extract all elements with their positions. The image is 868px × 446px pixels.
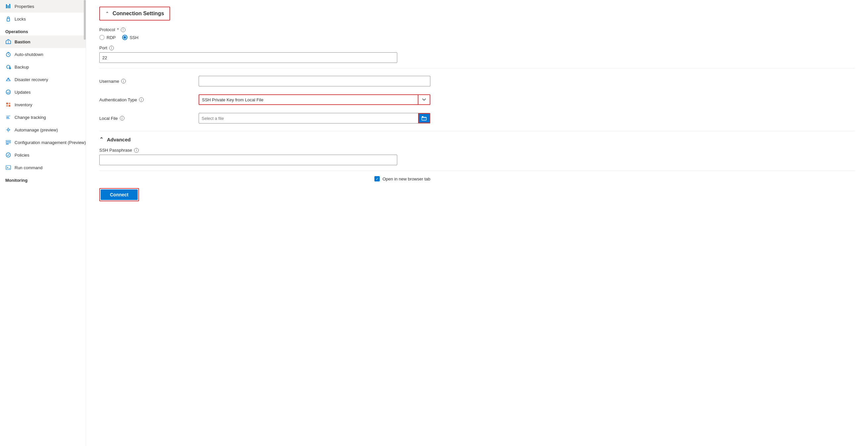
svg-rect-23 <box>422 117 426 120</box>
port-section: Port i <box>99 46 855 63</box>
port-label-row: Port i <box>99 46 855 50</box>
ssh-passphrase-label: SSH Passphrase <box>99 148 132 153</box>
svg-rect-2 <box>9 4 10 8</box>
rdp-radio-option[interactable]: RDP <box>99 35 116 40</box>
open-new-tab-checkbox[interactable]: ✓ <box>374 176 380 181</box>
sidebar-item-bastion-label: Bastion <box>14 39 30 44</box>
svg-rect-14 <box>6 116 10 116</box>
svg-point-7 <box>9 67 11 69</box>
sidebar-item-bastion[interactable]: Bastion <box>0 35 86 48</box>
policies-icon <box>5 152 11 158</box>
ssh-passphrase-input[interactable] <box>99 155 397 165</box>
open-new-tab-row: ✓ Open in new browser tab <box>99 176 430 181</box>
advanced-chevron-icon: ⌃ <box>99 137 104 142</box>
svg-point-17 <box>7 129 9 131</box>
svg-rect-22 <box>6 166 10 170</box>
sidebar-item-disaster-recovery[interactable]: Disaster recovery <box>0 73 86 86</box>
local-file-input-wrapper <box>198 111 430 125</box>
sidebar-item-inventory-label: Inventory <box>14 102 32 107</box>
sidebar-item-config-management[interactable]: Configuration management (Preview) <box>0 136 86 149</box>
sidebar-item-backup-label: Backup <box>14 65 29 69</box>
local-file-browse-button[interactable] <box>418 113 430 123</box>
ssh-radio-option[interactable]: SSH <box>122 35 138 40</box>
auth-type-info-icon[interactable]: i <box>139 97 144 102</box>
sidebar-item-change-tracking-label: Change tracking <box>14 115 46 120</box>
sidebar-item-policies-label: Policies <box>14 153 29 158</box>
operations-section-label: Operations <box>0 25 86 35</box>
local-file-label: Local File <box>99 116 118 121</box>
svg-rect-0 <box>6 4 7 8</box>
sidebar-item-automanage[interactable]: Automanage (preview) <box>0 123 86 136</box>
sidebar-item-auto-shutdown[interactable]: Auto-shutdown <box>0 48 86 61</box>
sidebar-item-inventory[interactable]: Inventory <box>0 98 86 111</box>
required-marker: * <box>117 27 119 32</box>
svg-rect-10 <box>6 102 8 104</box>
auth-type-dropdown-wrapper: Password SSH Private Key from Local File… <box>198 94 430 105</box>
svg-rect-3 <box>7 19 9 21</box>
sidebar-item-config-management-label: Configuration management (Preview) <box>14 140 86 145</box>
ssh-radio-circle <box>122 35 127 40</box>
svg-point-8 <box>8 78 9 80</box>
auth-type-select[interactable]: Password SSH Private Key from Local File… <box>199 95 418 104</box>
port-input[interactable] <box>99 52 397 63</box>
auth-type-dropdown-chevron-icon[interactable] <box>418 95 430 104</box>
sidebar-item-run-command[interactable]: Run command <box>0 161 86 174</box>
svg-rect-1 <box>8 5 9 8</box>
username-input-wrapper <box>198 74 430 88</box>
automanage-icon <box>5 127 11 133</box>
svg-rect-20 <box>6 144 9 144</box>
radio-group-protocol: RDP SSH <box>99 35 855 40</box>
connection-settings-section[interactable]: ⌃ Connection Settings <box>99 7 170 21</box>
auth-type-input-wrapper: Password SSH Private Key from Local File… <box>198 92 430 107</box>
sidebar-item-properties[interactable]: Properties <box>0 0 86 12</box>
svg-rect-24 <box>422 116 424 117</box>
divider-1 <box>99 68 855 68</box>
sidebar-item-updates[interactable]: Updates <box>0 86 86 98</box>
connection-settings-title: Connection Settings <box>113 10 164 17</box>
monitoring-section-label: Monitoring <box>0 174 86 184</box>
advanced-label: Advanced <box>107 137 131 142</box>
username-info-icon[interactable]: i <box>121 79 126 84</box>
auth-type-label-wrapper: Authentication Type i <box>99 95 198 105</box>
local-file-text-input[interactable] <box>199 113 418 123</box>
divider-3 <box>99 171 855 171</box>
sidebar-item-auto-shutdown-label: Auto-shutdown <box>14 52 43 57</box>
port-info-icon[interactable]: i <box>109 46 114 50</box>
run-command-icon <box>5 165 11 171</box>
local-file-input-wrapper-inner <box>198 113 430 123</box>
local-file-info-icon[interactable]: i <box>120 116 124 121</box>
connect-button-wrapper: Connect <box>99 188 139 201</box>
ssh-radio-label: SSH <box>129 35 138 40</box>
passphrase-section: SSH Passphrase i <box>99 148 855 165</box>
protocol-section: Protocol * i RDP SSH <box>99 27 855 40</box>
svg-rect-13 <box>9 105 10 107</box>
svg-rect-15 <box>6 117 9 118</box>
port-label: Port <box>99 46 107 50</box>
rdp-radio-circle <box>99 35 104 40</box>
scrollbar[interactable] <box>84 0 86 40</box>
svg-rect-12 <box>6 105 8 107</box>
sidebar-item-automanage-label: Automanage (preview) <box>14 127 58 132</box>
sidebar-item-backup[interactable]: Backup <box>0 61 86 73</box>
username-label: Username <box>99 79 119 84</box>
sidebar-item-locks[interactable]: Locks <box>0 12 86 25</box>
sidebar-item-policies[interactable]: Policies <box>0 149 86 161</box>
divider-2 <box>99 131 855 131</box>
sidebar-item-change-tracking[interactable]: Change tracking <box>0 111 86 123</box>
clock-icon <box>5 51 11 57</box>
username-input[interactable] <box>198 76 430 86</box>
connect-button[interactable]: Connect <box>101 189 138 200</box>
properties-icon <box>5 3 11 9</box>
checkbox-check-icon: ✓ <box>376 177 379 181</box>
lock-icon <box>5 16 11 22</box>
ssh-passphrase-info-icon[interactable]: i <box>134 148 139 153</box>
rdp-radio-label: RDP <box>106 35 116 40</box>
protocol-info-icon[interactable]: i <box>121 28 125 32</box>
sidebar-item-locks-label: Locks <box>14 17 26 22</box>
advanced-section-header[interactable]: ⌃ Advanced <box>99 137 855 142</box>
svg-rect-11 <box>9 102 10 104</box>
main-content: ⌃ Connection Settings Protocol * i RDP S… <box>86 0 868 446</box>
passphrase-label-row: SSH Passphrase i <box>99 148 855 153</box>
sidebar: Properties Locks Operations Bastion <box>0 0 86 446</box>
change-tracking-icon <box>5 114 11 120</box>
